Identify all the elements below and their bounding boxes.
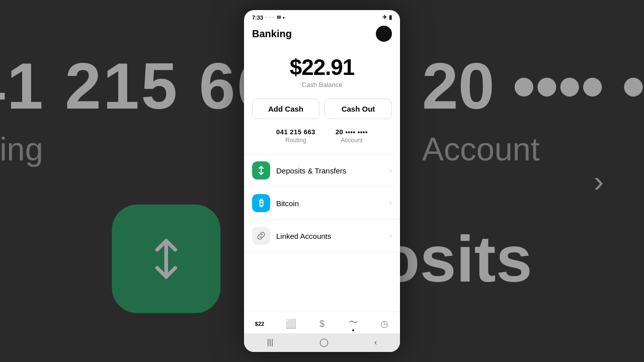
nav-item-card[interactable]: ⬜: [275, 318, 306, 329]
activity-icon: 〜: [349, 316, 358, 328]
account-col: 20 •••• •••• Account: [336, 128, 368, 144]
app-header: Banking: [244, 23, 400, 47]
deposits-chevron-icon: ›: [389, 166, 392, 175]
linked-accounts-label: Linked Accounts: [276, 232, 383, 240]
clock-icon: ◷: [380, 318, 388, 329]
routing-col: 041 215 663 Routing: [276, 128, 315, 144]
status-bar: 7:33 · · · ✉ • ✈ ▮: [244, 10, 400, 23]
menu-item-deposits[interactable]: Deposits & Transfers ›: [244, 154, 400, 187]
nav-item-home[interactable]: $22: [244, 321, 275, 327]
link-icon: [252, 227, 270, 245]
menu-nav-button[interactable]: |||: [267, 338, 273, 347]
bg-routing-label: Routing: [0, 130, 43, 168]
bg-deposits-icon: [112, 205, 220, 313]
bg-account-number: 20 •••• ••••: [422, 49, 644, 123]
nav-item-clock[interactable]: ◷: [369, 318, 400, 329]
card-icon: ⬜: [285, 318, 296, 329]
nav-item-activity[interactable]: 〜: [338, 316, 369, 331]
back-nav-button[interactable]: ‹: [374, 338, 377, 347]
time-display: 7:33: [252, 15, 263, 21]
bottom-nav: $22 ⬜ $ 〜 ◷: [244, 312, 400, 333]
cash-balance-amount: $22.91: [290, 55, 355, 80]
page-title: Banking: [252, 28, 292, 40]
deposits-transfers-label: Deposits & Transfers: [276, 166, 383, 175]
transfers-icon: [252, 161, 270, 179]
menu-item-linked-accounts[interactable]: Linked Accounts ›: [244, 220, 400, 252]
bitcoin-icon: ₿: [252, 194, 270, 212]
status-left: 7:33 · · · ✉ •: [252, 15, 285, 21]
account-label: Account: [341, 137, 362, 144]
balance-section: $22.91 Cash Balance: [244, 47, 400, 99]
active-indicator: [352, 329, 354, 331]
menu-list: Deposits & Transfers › ₿ Bitcoin › Linke…: [244, 154, 400, 312]
routing-number: 041 215 663: [276, 128, 315, 136]
action-buttons: Add Cash Cash Out: [244, 99, 400, 128]
cash-balance-label: Cash Balance: [302, 81, 343, 88]
battery-icon: ▮: [389, 14, 392, 21]
status-dot: •: [283, 15, 285, 21]
status-right: ✈ ▮: [382, 14, 392, 21]
nav-item-dollar[interactable]: $: [306, 319, 338, 329]
system-nav-bar: ||| ◯ ‹: [244, 333, 400, 352]
home-nav-button[interactable]: ◯: [319, 337, 329, 347]
linked-accounts-chevron-icon: ›: [389, 231, 392, 240]
avatar[interactable]: [376, 26, 392, 42]
menu-item-bitcoin[interactable]: ₿ Bitcoin ›: [244, 187, 400, 220]
add-cash-button[interactable]: Add Cash: [252, 99, 319, 119]
airplane-icon: ✈: [382, 14, 387, 21]
bitcoin-label: Bitcoin: [276, 199, 383, 208]
cash-out-button[interactable]: Cash Out: [325, 99, 392, 119]
account-info: 041 215 663 Routing 20 •••• •••• Account: [244, 128, 400, 154]
dollar-icon: $: [319, 319, 325, 329]
bg-chevron-right: ›: [594, 164, 604, 199]
nav-balance: $22: [255, 321, 264, 327]
bg-account-label: Account: [422, 130, 540, 168]
mail-icon: ✉: [277, 15, 281, 20]
account-number: 20 •••• ••••: [336, 128, 368, 136]
bitcoin-chevron-icon: ›: [389, 199, 392, 208]
signal-indicators: · · ·: [265, 15, 275, 20]
routing-label: Routing: [285, 137, 306, 144]
phone-screen: 7:33 · · · ✉ • ✈ ▮ Banking $22.91 Cash B…: [244, 10, 400, 352]
